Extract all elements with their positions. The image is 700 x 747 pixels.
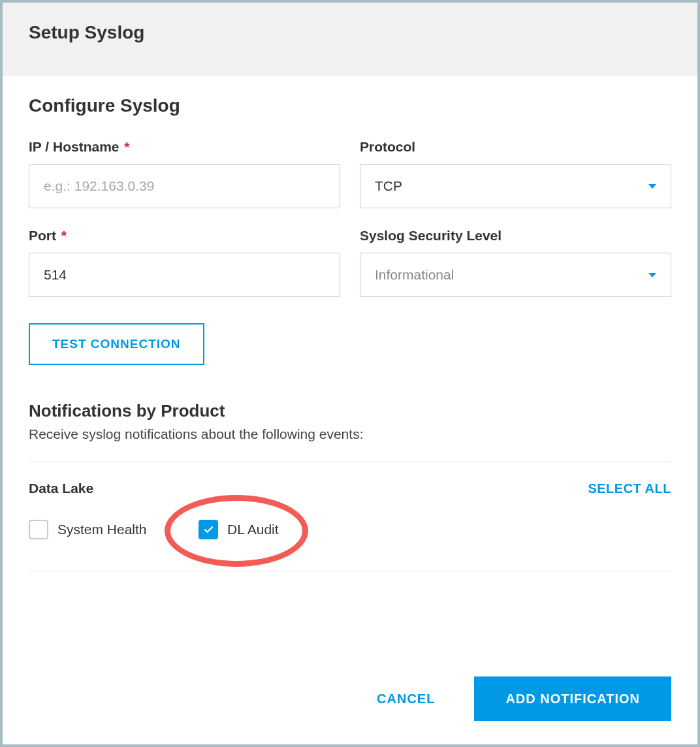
protocol-value: TCP — [375, 178, 402, 194]
required-marker: * — [57, 228, 67, 243]
product-header: Data Lake SELECT ALL — [29, 481, 671, 496]
checkbox-label: DL Audit — [227, 522, 279, 537]
notifications-section: Notifications by Product Receive syslog … — [29, 401, 671, 571]
ip-hostname-label: IP / Hostname * — [29, 139, 340, 155]
form-grid: IP / Hostname * Protocol TCP Port * Sysl… — [29, 139, 671, 297]
protocol-label: Protocol — [360, 139, 671, 155]
product-name: Data Lake — [29, 481, 93, 496]
security-level-label: Syslog Security Level — [360, 228, 671, 244]
checkbox-system-health[interactable]: System Health — [29, 520, 147, 539]
checkbox-label: System Health — [57, 522, 147, 537]
checkbox-icon — [29, 520, 48, 539]
configure-heading: Configure Syslog — [29, 95, 671, 116]
checkbox-icon — [199, 520, 218, 539]
port-input[interactable] — [29, 253, 340, 297]
cancel-button[interactable]: CANCEL — [364, 685, 448, 713]
ip-hostname-field: IP / Hostname * — [29, 139, 340, 208]
ip-hostname-input[interactable] — [29, 164, 340, 208]
select-all-button[interactable]: SELECT ALL — [588, 481, 671, 496]
notifications-heading: Notifications by Product — [29, 401, 671, 421]
security-level-field: Syslog Security Level Informational — [360, 228, 671, 297]
product-block: Data Lake SELECT ALL System Health — [29, 462, 671, 571]
security-level-value: Informational — [375, 267, 454, 283]
chevron-down-icon — [648, 273, 656, 278]
dialog-header: Setup Syslog — [3, 3, 697, 76]
protocol-select[interactable]: TCP — [360, 164, 671, 208]
port-field: Port * — [29, 228, 340, 297]
notifications-description: Receive syslog notifications about the f… — [29, 426, 671, 442]
add-notification-button[interactable]: ADD NOTIFICATION — [474, 676, 671, 721]
chevron-down-icon — [648, 184, 656, 189]
port-label: Port * — [29, 228, 340, 244]
checkbox-row: System Health DL Audit — [29, 520, 671, 539]
required-marker: * — [121, 139, 130, 154]
dialog-footer: CANCEL ADD NOTIFICATION — [3, 653, 697, 744]
security-level-select[interactable]: Informational — [360, 253, 671, 297]
checkbox-dl-audit[interactable]: DL Audit — [199, 520, 279, 539]
protocol-field: Protocol TCP — [360, 139, 671, 208]
dialog-body: Configure Syslog IP / Hostname * Protoco… — [3, 76, 697, 653]
test-connection-button[interactable]: TEST CONNECTION — [29, 323, 204, 365]
setup-syslog-dialog: Setup Syslog Configure Syslog IP / Hostn… — [3, 3, 697, 744]
dialog-title: Setup Syslog — [29, 22, 671, 43]
